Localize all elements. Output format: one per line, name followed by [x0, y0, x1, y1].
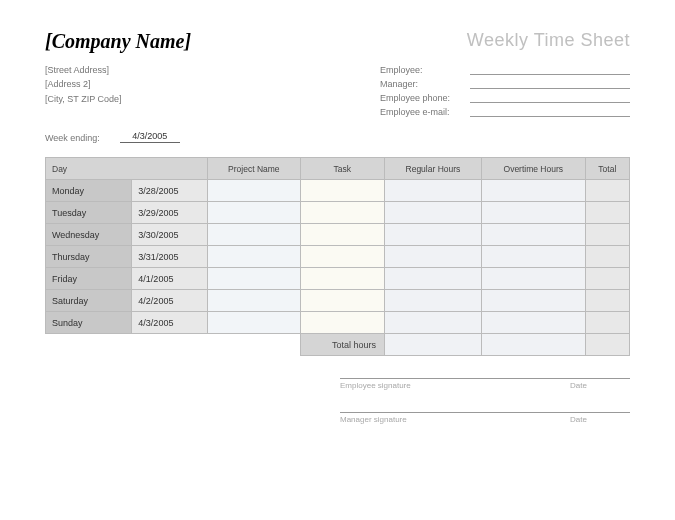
date-cell: 3/30/2005	[132, 224, 208, 246]
employee-phone-label: Employee phone:	[380, 93, 470, 103]
day-cell: Thursday	[46, 246, 132, 268]
table-row: Wednesday3/30/2005	[46, 224, 630, 246]
manager-signature-date-label: Date	[570, 415, 630, 424]
project-cell[interactable]	[208, 202, 300, 224]
task-cell[interactable]	[300, 202, 384, 224]
date-cell: 3/29/2005	[132, 202, 208, 224]
timesheet-table: Day Project Name Task Regular Hours Over…	[45, 157, 630, 356]
row-total-cell	[585, 202, 629, 224]
week-ending-label: Week ending:	[45, 133, 100, 143]
col-task: Task	[300, 158, 384, 180]
address-city: [City, ST ZIP Code]	[45, 92, 122, 106]
regular-hours-cell[interactable]	[384, 224, 481, 246]
task-cell[interactable]	[300, 224, 384, 246]
table-row: Monday3/28/2005	[46, 180, 630, 202]
manager-field[interactable]	[470, 77, 630, 89]
regular-hours-cell[interactable]	[384, 290, 481, 312]
regular-hours-cell[interactable]	[384, 202, 481, 224]
date-cell: 4/1/2005	[132, 268, 208, 290]
table-header-row: Day Project Name Task Regular Hours Over…	[46, 158, 630, 180]
row-total-cell	[585, 268, 629, 290]
row-total-cell	[585, 312, 629, 334]
overtime-hours-cell[interactable]	[481, 224, 585, 246]
table-row: Sunday4/3/2005	[46, 312, 630, 334]
page-title: Weekly Time Sheet	[467, 30, 630, 51]
address-block: [Street Address] [Address 2] [City, ST Z…	[45, 63, 122, 119]
manager-label: Manager:	[380, 79, 470, 89]
row-total-cell	[585, 246, 629, 268]
row-total-cell	[585, 224, 629, 246]
overtime-hours-cell[interactable]	[481, 202, 585, 224]
employee-phone-field[interactable]	[470, 91, 630, 103]
address-street: [Street Address]	[45, 63, 122, 77]
totals-label: Total hours	[300, 334, 384, 356]
day-cell: Saturday	[46, 290, 132, 312]
employee-label: Employee:	[380, 65, 470, 75]
employee-email-field[interactable]	[470, 105, 630, 117]
task-cell[interactable]	[300, 180, 384, 202]
week-ending-value[interactable]: 4/3/2005	[120, 131, 180, 143]
employee-email-label: Employee e-mail:	[380, 107, 470, 117]
company-name: [Company Name]	[45, 30, 191, 53]
task-cell[interactable]	[300, 290, 384, 312]
signature-block: Employee signature Date Manager signatur…	[340, 378, 630, 424]
table-row: Friday4/1/2005	[46, 268, 630, 290]
task-cell[interactable]	[300, 312, 384, 334]
col-regular: Regular Hours	[384, 158, 481, 180]
project-cell[interactable]	[208, 312, 300, 334]
project-cell[interactable]	[208, 268, 300, 290]
manager-signature-label: Manager signature	[340, 415, 570, 424]
table-row: Thursday3/31/2005	[46, 246, 630, 268]
date-cell: 3/28/2005	[132, 180, 208, 202]
overtime-hours-cell[interactable]	[481, 246, 585, 268]
day-cell: Monday	[46, 180, 132, 202]
col-day: Day	[46, 158, 208, 180]
regular-hours-cell[interactable]	[384, 312, 481, 334]
day-cell: Friday	[46, 268, 132, 290]
col-total: Total	[585, 158, 629, 180]
task-cell[interactable]	[300, 268, 384, 290]
day-cell: Tuesday	[46, 202, 132, 224]
overtime-hours-cell[interactable]	[481, 290, 585, 312]
totals-grand	[585, 334, 629, 356]
col-overtime: Overtime Hours	[481, 158, 585, 180]
regular-hours-cell[interactable]	[384, 246, 481, 268]
row-total-cell	[585, 180, 629, 202]
date-cell: 4/2/2005	[132, 290, 208, 312]
date-cell: 4/3/2005	[132, 312, 208, 334]
regular-hours-cell[interactable]	[384, 180, 481, 202]
project-cell[interactable]	[208, 180, 300, 202]
task-cell[interactable]	[300, 246, 384, 268]
employee-info-block: Employee: Manager: Employee phone: Emplo…	[380, 63, 630, 119]
totals-regular	[384, 334, 481, 356]
day-cell: Sunday	[46, 312, 132, 334]
employee-signature-date-label: Date	[570, 381, 630, 390]
table-row: Tuesday3/29/2005	[46, 202, 630, 224]
overtime-hours-cell[interactable]	[481, 180, 585, 202]
project-cell[interactable]	[208, 290, 300, 312]
employee-field[interactable]	[470, 63, 630, 75]
totals-overtime	[481, 334, 585, 356]
address-line2: [Address 2]	[45, 77, 122, 91]
day-cell: Wednesday	[46, 224, 132, 246]
regular-hours-cell[interactable]	[384, 268, 481, 290]
totals-row: Total hours	[46, 334, 630, 356]
project-cell[interactable]	[208, 246, 300, 268]
date-cell: 3/31/2005	[132, 246, 208, 268]
project-cell[interactable]	[208, 224, 300, 246]
overtime-hours-cell[interactable]	[481, 312, 585, 334]
col-project: Project Name	[208, 158, 300, 180]
table-row: Saturday4/2/2005	[46, 290, 630, 312]
overtime-hours-cell[interactable]	[481, 268, 585, 290]
employee-signature-label: Employee signature	[340, 381, 570, 390]
row-total-cell	[585, 290, 629, 312]
